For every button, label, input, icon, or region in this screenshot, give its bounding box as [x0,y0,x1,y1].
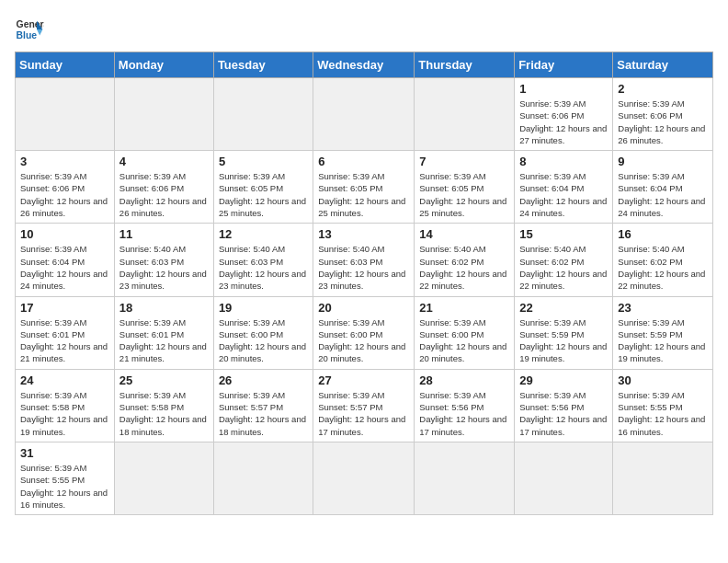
day-info: Sunrise: 5:39 AM Sunset: 5:58 PM Dayligh… [119,389,209,438]
day-number: 18 [119,301,209,315]
day-number: 2 [618,82,708,96]
day-info: Sunrise: 5:39 AM Sunset: 6:04 PM Dayligh… [20,243,109,292]
calendar-day-cell: 2Sunrise: 5:39 AM Sunset: 6:06 PM Daylig… [613,78,713,151]
day-info: Sunrise: 5:39 AM Sunset: 5:57 PM Dayligh… [219,389,308,438]
weekday-header: Friday [515,52,613,78]
calendar-week-row: 24Sunrise: 5:39 AM Sunset: 5:58 PM Dayli… [16,369,713,442]
day-number: 1 [519,82,608,96]
calendar-day-cell: 23Sunrise: 5:39 AM Sunset: 5:59 PM Dayli… [613,296,713,369]
day-number: 8 [519,155,608,168]
calendar-day-cell: 5Sunrise: 5:39 AM Sunset: 6:05 PM Daylig… [213,151,313,224]
day-info: Sunrise: 5:39 AM Sunset: 6:05 PM Dayligh… [419,170,509,219]
day-number: 22 [519,301,608,315]
day-number: 24 [20,373,109,387]
day-number: 26 [219,373,308,387]
day-number: 16 [618,227,708,241]
calendar-day-cell: 7Sunrise: 5:39 AM Sunset: 6:05 PM Daylig… [415,151,515,224]
calendar-day-cell: 4Sunrise: 5:39 AM Sunset: 6:06 PM Daylig… [114,151,213,224]
day-info: Sunrise: 5:39 AM Sunset: 6:04 PM Dayligh… [519,170,608,219]
day-info: Sunrise: 5:39 AM Sunset: 6:01 PM Dayligh… [20,316,109,365]
day-number: 17 [20,301,109,315]
calendar-day-cell [613,442,713,514]
calendar-day-cell [114,442,213,514]
day-number: 23 [618,301,708,315]
calendar-day-cell: 14Sunrise: 5:40 AM Sunset: 6:02 PM Dayli… [415,224,515,296]
day-number: 11 [119,227,209,241]
day-info: Sunrise: 5:39 AM Sunset: 6:05 PM Dayligh… [219,170,308,219]
calendar-week-row: 3Sunrise: 5:39 AM Sunset: 6:06 PM Daylig… [16,151,713,224]
day-number: 28 [419,373,509,387]
calendar-day-cell: 25Sunrise: 5:39 AM Sunset: 5:58 PM Dayli… [114,369,213,442]
calendar-day-cell: 22Sunrise: 5:39 AM Sunset: 5:59 PM Dayli… [515,296,613,369]
calendar-day-cell: 19Sunrise: 5:39 AM Sunset: 6:00 PM Dayli… [213,296,313,369]
weekday-header: Saturday [613,52,713,78]
calendar-day-cell: 27Sunrise: 5:39 AM Sunset: 5:57 PM Dayli… [313,369,415,442]
calendar-day-cell: 29Sunrise: 5:39 AM Sunset: 5:56 PM Dayli… [515,369,613,442]
weekday-header: Monday [114,52,213,78]
calendar-day-cell [415,78,515,151]
calendar-day-cell: 13Sunrise: 5:40 AM Sunset: 6:03 PM Dayli… [313,224,415,296]
weekday-header: Wednesday [313,52,415,78]
day-number: 21 [419,301,509,315]
day-number: 25 [119,373,209,387]
calendar-day-cell: 6Sunrise: 5:39 AM Sunset: 6:05 PM Daylig… [313,151,415,224]
day-info: Sunrise: 5:40 AM Sunset: 6:02 PM Dayligh… [419,243,509,292]
logo: General Blue [15,15,44,44]
calendar-day-cell: 20Sunrise: 5:39 AM Sunset: 6:00 PM Dayli… [313,296,415,369]
day-number: 19 [219,301,308,315]
calendar-day-cell: 24Sunrise: 5:39 AM Sunset: 5:58 PM Dayli… [16,369,115,442]
day-info: Sunrise: 5:39 AM Sunset: 5:58 PM Dayligh… [20,389,109,438]
weekday-header: Thursday [415,52,515,78]
calendar-day-cell: 8Sunrise: 5:39 AM Sunset: 6:04 PM Daylig… [515,151,613,224]
day-info: Sunrise: 5:39 AM Sunset: 6:00 PM Dayligh… [419,316,509,365]
day-info: Sunrise: 5:39 AM Sunset: 5:56 PM Dayligh… [419,389,509,438]
day-info: Sunrise: 5:40 AM Sunset: 6:03 PM Dayligh… [318,243,409,292]
svg-text:Blue: Blue [17,30,38,40]
day-info: Sunrise: 5:39 AM Sunset: 6:01 PM Dayligh… [119,316,209,365]
calendar-table: SundayMondayTuesdayWednesdayThursdayFrid… [15,52,713,515]
logo-icon: General Blue [15,15,44,44]
day-number: 20 [318,301,409,315]
day-info: Sunrise: 5:39 AM Sunset: 5:59 PM Dayligh… [618,316,708,365]
day-number: 6 [318,155,409,168]
day-info: Sunrise: 5:39 AM Sunset: 6:06 PM Dayligh… [618,98,708,146]
day-info: Sunrise: 5:40 AM Sunset: 6:02 PM Dayligh… [618,243,708,292]
day-info: Sunrise: 5:39 AM Sunset: 5:55 PM Dayligh… [20,462,109,511]
day-info: Sunrise: 5:40 AM Sunset: 6:03 PM Dayligh… [119,243,209,292]
calendar-day-cell: 10Sunrise: 5:39 AM Sunset: 6:04 PM Dayli… [16,224,115,296]
day-info: Sunrise: 5:39 AM Sunset: 5:56 PM Dayligh… [519,389,608,438]
calendar-day-cell: 26Sunrise: 5:39 AM Sunset: 5:57 PM Dayli… [213,369,313,442]
calendar-day-cell [313,442,415,514]
calendar-day-cell: 21Sunrise: 5:39 AM Sunset: 6:00 PM Dayli… [415,296,515,369]
calendar-day-cell: 30Sunrise: 5:39 AM Sunset: 5:55 PM Dayli… [613,369,713,442]
day-number: 30 [618,373,708,387]
calendar-week-row: 10Sunrise: 5:39 AM Sunset: 6:04 PM Dayli… [16,224,713,296]
day-number: 7 [419,155,509,168]
calendar-day-cell: 28Sunrise: 5:39 AM Sunset: 5:56 PM Dayli… [415,369,515,442]
calendar-day-cell: 31Sunrise: 5:39 AM Sunset: 5:55 PM Dayli… [16,442,115,514]
day-info: Sunrise: 5:40 AM Sunset: 6:02 PM Dayligh… [519,243,608,292]
svg-marker-3 [37,29,42,35]
day-info: Sunrise: 5:39 AM Sunset: 5:59 PM Dayligh… [519,316,608,365]
day-number: 4 [119,155,209,168]
calendar-day-cell: 9Sunrise: 5:39 AM Sunset: 6:04 PM Daylig… [613,151,713,224]
calendar-header-row: SundayMondayTuesdayWednesdayThursdayFrid… [16,52,713,78]
day-info: Sunrise: 5:39 AM Sunset: 6:06 PM Dayligh… [519,98,608,146]
weekday-header: Sunday [16,52,115,78]
day-info: Sunrise: 5:40 AM Sunset: 6:03 PM Dayligh… [219,243,308,292]
calendar-day-cell [313,78,415,151]
day-number: 9 [618,155,708,168]
calendar-day-cell: 17Sunrise: 5:39 AM Sunset: 6:01 PM Dayli… [16,296,115,369]
calendar-day-cell [415,442,515,514]
calendar-day-cell [114,78,213,151]
day-number: 29 [519,373,608,387]
day-number: 14 [419,227,509,241]
day-info: Sunrise: 5:39 AM Sunset: 5:55 PM Dayligh… [618,389,708,438]
day-number: 10 [20,227,109,241]
day-info: Sunrise: 5:39 AM Sunset: 6:06 PM Dayligh… [119,170,209,219]
day-info: Sunrise: 5:39 AM Sunset: 6:00 PM Dayligh… [219,316,308,365]
calendar-day-cell: 16Sunrise: 5:40 AM Sunset: 6:02 PM Dayli… [613,224,713,296]
day-info: Sunrise: 5:39 AM Sunset: 6:00 PM Dayligh… [318,316,409,365]
calendar-day-cell: 11Sunrise: 5:40 AM Sunset: 6:03 PM Dayli… [114,224,213,296]
calendar-week-row: 17Sunrise: 5:39 AM Sunset: 6:01 PM Dayli… [16,296,713,369]
